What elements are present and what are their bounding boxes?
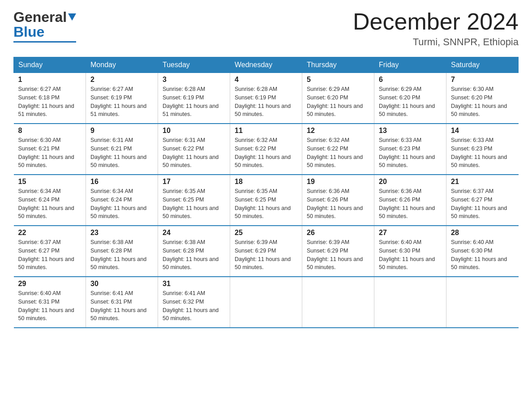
table-row: 27Sunrise: 6:40 AMSunset: 6:30 PMDayligh… [374, 226, 446, 277]
day-number: 23 [90, 229, 153, 237]
location-subtitle: Turmi, SNNPR, Ethiopia [353, 36, 519, 48]
day-info: Sunrise: 6:38 AMSunset: 6:28 PMDaylight:… [163, 238, 225, 272]
col-monday: Monday [86, 57, 158, 73]
day-info: Sunrise: 6:35 AMSunset: 6:25 PMDaylight:… [235, 187, 297, 221]
day-info: Sunrise: 6:27 AMSunset: 6:19 PMDaylight:… [90, 85, 153, 119]
day-info: Sunrise: 6:40 AMSunset: 6:31 PMDaylight:… [18, 289, 82, 323]
table-row: 19Sunrise: 6:36 AMSunset: 6:26 PMDayligh… [302, 175, 374, 226]
day-number: 27 [379, 229, 442, 237]
day-number: 12 [307, 127, 369, 135]
logo-triangle-icon [68, 13, 76, 23]
day-info: Sunrise: 6:32 AMSunset: 6:22 PMDaylight:… [235, 136, 297, 170]
calendar-week-row: 1Sunrise: 6:27 AMSunset: 6:18 PMDaylight… [14, 73, 519, 124]
day-info: Sunrise: 6:41 AMSunset: 6:32 PMDaylight:… [163, 289, 225, 323]
calendar-week-row: 29Sunrise: 6:40 AMSunset: 6:31 PMDayligh… [14, 277, 519, 328]
day-number: 11 [235, 127, 297, 135]
table-row: 8Sunrise: 6:30 AMSunset: 6:21 PMDaylight… [14, 124, 86, 175]
day-number: 8 [18, 127, 82, 135]
page-header: General Blue December 2024 Turmi, SNNPR,… [13, 9, 519, 48]
calendar-header-row: Sunday Monday Tuesday Wednesday Thursday… [14, 57, 519, 73]
calendar-title-area: December 2024 Turmi, SNNPR, Ethiopia [353, 9, 519, 48]
day-info: Sunrise: 6:29 AMSunset: 6:20 PMDaylight:… [379, 85, 442, 119]
col-friday: Friday [374, 57, 446, 73]
calendar-week-row: 15Sunrise: 6:34 AMSunset: 6:24 PMDayligh… [14, 175, 519, 226]
day-info: Sunrise: 6:28 AMSunset: 6:19 PMDaylight:… [163, 85, 225, 119]
day-number: 17 [163, 178, 225, 186]
day-info: Sunrise: 6:34 AMSunset: 6:24 PMDaylight:… [90, 187, 153, 221]
table-row [302, 277, 374, 328]
table-row: 30Sunrise: 6:41 AMSunset: 6:31 PMDayligh… [86, 277, 158, 328]
day-info: Sunrise: 6:27 AMSunset: 6:18 PMDaylight:… [18, 85, 82, 119]
table-row: 26Sunrise: 6:39 AMSunset: 6:29 PMDayligh… [302, 226, 374, 277]
table-row: 9Sunrise: 6:31 AMSunset: 6:21 PMDaylight… [86, 124, 158, 175]
logo-general-text: General [13, 9, 67, 26]
day-info: Sunrise: 6:33 AMSunset: 6:23 PMDaylight:… [451, 136, 514, 170]
day-number: 26 [307, 229, 369, 237]
table-row: 23Sunrise: 6:38 AMSunset: 6:28 PMDayligh… [86, 226, 158, 277]
table-row: 11Sunrise: 6:32 AMSunset: 6:22 PMDayligh… [230, 124, 302, 175]
day-info: Sunrise: 6:39 AMSunset: 6:29 PMDaylight:… [307, 238, 369, 272]
day-number: 29 [18, 280, 82, 288]
day-number: 3 [163, 76, 225, 84]
table-row: 13Sunrise: 6:33 AMSunset: 6:23 PMDayligh… [374, 124, 446, 175]
day-number: 30 [90, 280, 153, 288]
day-number: 1 [18, 76, 82, 84]
day-number: 14 [451, 127, 514, 135]
day-info: Sunrise: 6:32 AMSunset: 6:22 PMDaylight:… [307, 136, 369, 170]
day-info: Sunrise: 6:34 AMSunset: 6:24 PMDaylight:… [18, 187, 82, 221]
day-info: Sunrise: 6:31 AMSunset: 6:21 PMDaylight:… [90, 136, 153, 170]
month-year-title: December 2024 [353, 9, 519, 34]
day-number: 2 [90, 76, 153, 84]
day-info: Sunrise: 6:38 AMSunset: 6:28 PMDaylight:… [90, 238, 153, 272]
calendar-table: Sunday Monday Tuesday Wednesday Thursday… [13, 57, 519, 328]
table-row: 3Sunrise: 6:28 AMSunset: 6:19 PMDaylight… [158, 73, 230, 124]
day-number: 4 [235, 76, 297, 84]
day-info: Sunrise: 6:40 AMSunset: 6:30 PMDaylight:… [379, 238, 442, 272]
table-row: 15Sunrise: 6:34 AMSunset: 6:24 PMDayligh… [14, 175, 86, 226]
table-row: 2Sunrise: 6:27 AMSunset: 6:19 PMDaylight… [86, 73, 158, 124]
col-wednesday: Wednesday [230, 57, 302, 73]
day-number: 21 [451, 178, 514, 186]
calendar-week-row: 8Sunrise: 6:30 AMSunset: 6:21 PMDaylight… [14, 124, 519, 175]
table-row: 4Sunrise: 6:28 AMSunset: 6:19 PMDaylight… [230, 73, 302, 124]
day-info: Sunrise: 6:37 AMSunset: 6:27 PMDaylight:… [18, 238, 82, 272]
table-row: 24Sunrise: 6:38 AMSunset: 6:28 PMDayligh… [158, 226, 230, 277]
table-row: 5Sunrise: 6:29 AMSunset: 6:20 PMDaylight… [302, 73, 374, 124]
table-row: 16Sunrise: 6:34 AMSunset: 6:24 PMDayligh… [86, 175, 158, 226]
day-info: Sunrise: 6:29 AMSunset: 6:20 PMDaylight:… [307, 85, 369, 119]
day-number: 22 [18, 229, 82, 237]
table-row: 20Sunrise: 6:36 AMSunset: 6:26 PMDayligh… [374, 175, 446, 226]
col-sunday: Sunday [14, 57, 86, 73]
day-number: 6 [379, 76, 442, 84]
day-number: 13 [379, 127, 442, 135]
table-row: 12Sunrise: 6:32 AMSunset: 6:22 PMDayligh… [302, 124, 374, 175]
table-row: 6Sunrise: 6:29 AMSunset: 6:20 PMDaylight… [374, 73, 446, 124]
day-info: Sunrise: 6:33 AMSunset: 6:23 PMDaylight:… [379, 136, 442, 170]
logo-underline [13, 41, 76, 43]
table-row: 28Sunrise: 6:40 AMSunset: 6:30 PMDayligh… [446, 226, 519, 277]
table-row: 14Sunrise: 6:33 AMSunset: 6:23 PMDayligh… [446, 124, 519, 175]
day-number: 15 [18, 178, 82, 186]
logo: General Blue [13, 9, 76, 43]
table-row: 7Sunrise: 6:30 AMSunset: 6:20 PMDaylight… [446, 73, 519, 124]
day-info: Sunrise: 6:31 AMSunset: 6:22 PMDaylight:… [163, 136, 225, 170]
day-info: Sunrise: 6:37 AMSunset: 6:27 PMDaylight:… [451, 187, 514, 221]
table-row: 25Sunrise: 6:39 AMSunset: 6:29 PMDayligh… [230, 226, 302, 277]
day-number: 7 [451, 76, 514, 84]
day-number: 10 [163, 127, 225, 135]
logo-blue-text: Blue [13, 24, 44, 40]
day-number: 19 [307, 178, 369, 186]
day-info: Sunrise: 6:41 AMSunset: 6:31 PMDaylight:… [90, 289, 153, 323]
table-row: 10Sunrise: 6:31 AMSunset: 6:22 PMDayligh… [158, 124, 230, 175]
day-number: 28 [451, 229, 514, 237]
day-number: 5 [307, 76, 369, 84]
day-info: Sunrise: 6:40 AMSunset: 6:30 PMDaylight:… [451, 238, 514, 272]
col-thursday: Thursday [302, 57, 374, 73]
day-info: Sunrise: 6:39 AMSunset: 6:29 PMDaylight:… [235, 238, 297, 272]
calendar-week-row: 22Sunrise: 6:37 AMSunset: 6:27 PMDayligh… [14, 226, 519, 277]
day-number: 25 [235, 229, 297, 237]
day-info: Sunrise: 6:36 AMSunset: 6:26 PMDaylight:… [307, 187, 369, 221]
table-row: 29Sunrise: 6:40 AMSunset: 6:31 PMDayligh… [14, 277, 86, 328]
table-row: 17Sunrise: 6:35 AMSunset: 6:25 PMDayligh… [158, 175, 230, 226]
table-row: 1Sunrise: 6:27 AMSunset: 6:18 PMDaylight… [14, 73, 86, 124]
